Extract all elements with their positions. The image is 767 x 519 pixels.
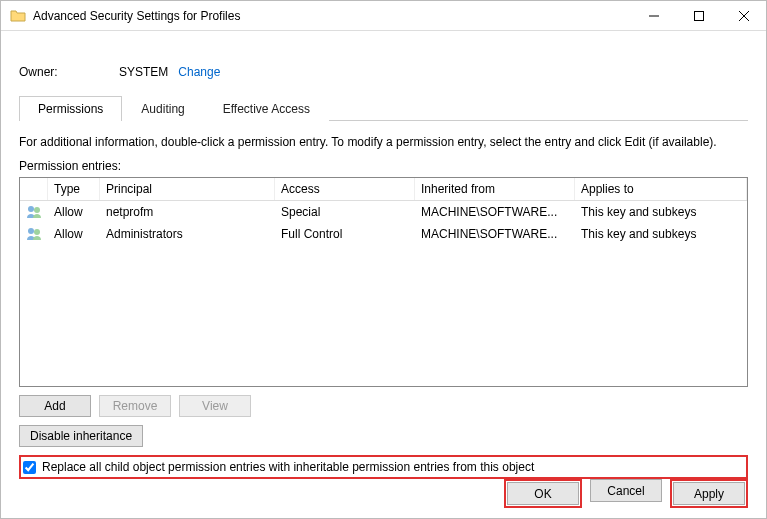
tab-permissions[interactable]: Permissions [19, 96, 122, 121]
table-row[interactable]: Allow netprofm Special MACHINE\SOFTWARE.… [20, 201, 747, 223]
owner-row: Owner: SYSTEM Change [19, 65, 748, 79]
col-inherited[interactable]: Inherited from [415, 178, 575, 200]
disable-inheritance-button[interactable]: Disable inheritance [19, 425, 143, 447]
replace-child-entries-label: Replace all child object permission entr… [42, 460, 534, 474]
col-applies[interactable]: Applies to [575, 178, 747, 200]
cell-type: Allow [48, 203, 100, 221]
entries-label: Permission entries: [19, 159, 748, 173]
cell-inherited: MACHINE\SOFTWARE... [415, 225, 575, 243]
maximize-button[interactable] [676, 1, 721, 30]
cell-principal: Administrators [100, 225, 275, 243]
users-icon [20, 203, 48, 221]
grid-header: Type Principal Access Inherited from App… [20, 178, 747, 201]
cell-access: Full Control [275, 225, 415, 243]
col-type[interactable]: Type [48, 178, 100, 200]
add-button[interactable]: Add [19, 395, 91, 417]
remove-button: Remove [99, 395, 171, 417]
svg-point-1 [28, 206, 34, 212]
col-access[interactable]: Access [275, 178, 415, 200]
ok-button[interactable]: OK [507, 482, 579, 505]
close-button[interactable] [721, 1, 766, 30]
view-button: View [179, 395, 251, 417]
tab-effective-access[interactable]: Effective Access [204, 96, 329, 121]
svg-point-3 [28, 228, 34, 234]
dialog-footer: OK Cancel Apply [504, 479, 748, 508]
cell-type: Allow [48, 225, 100, 243]
title-bar: Advanced Security Settings for Profiles [1, 1, 766, 31]
permission-entries-grid[interactable]: Type Principal Access Inherited from App… [19, 177, 748, 387]
svg-point-2 [34, 207, 40, 213]
folder-icon [9, 7, 27, 25]
replace-child-entries-row[interactable]: Replace all child object permission entr… [19, 455, 748, 479]
table-row[interactable]: Allow Administrators Full Control MACHIN… [20, 223, 747, 245]
change-owner-link[interactable]: Change [178, 65, 220, 79]
instruction-text: For additional information, double-click… [19, 135, 748, 149]
svg-rect-0 [694, 11, 703, 20]
cell-principal: netprofm [100, 203, 275, 221]
minimize-button[interactable] [631, 1, 676, 30]
cancel-button[interactable]: Cancel [590, 479, 662, 502]
cell-applies: This key and subkeys [575, 225, 747, 243]
users-icon [20, 225, 48, 243]
window-title: Advanced Security Settings for Profiles [33, 9, 240, 23]
col-principal[interactable]: Principal [100, 178, 275, 200]
owner-label: Owner: [19, 65, 119, 79]
replace-child-entries-checkbox[interactable] [23, 461, 36, 474]
owner-value: SYSTEM [119, 65, 168, 79]
apply-button[interactable]: Apply [673, 482, 745, 505]
cell-inherited: MACHINE\SOFTWARE... [415, 203, 575, 221]
tab-auditing[interactable]: Auditing [122, 96, 203, 121]
cell-applies: This key and subkeys [575, 203, 747, 221]
tab-strip: Permissions Auditing Effective Access [19, 95, 748, 121]
svg-point-4 [34, 229, 40, 235]
cell-access: Special [275, 203, 415, 221]
